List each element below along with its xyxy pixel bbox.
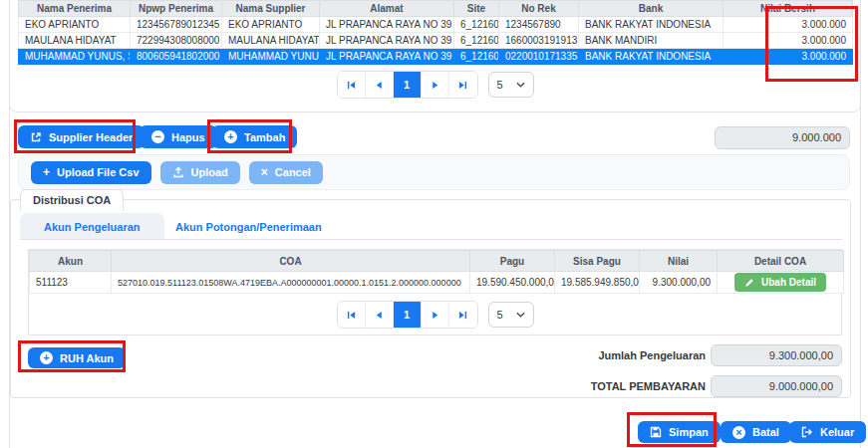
col-nilai: Nilai [640, 251, 718, 272]
col-nilai-bersih: Nilai Bersih [723, 1, 853, 17]
coa-table-row[interactable]: 511123 527010.019.511123.01508WA.4719EBA… [30, 272, 844, 294]
table-row-selected[interactable]: MUHAMMAD YUNUS, S.SOS 800605941802000 MU… [19, 49, 853, 65]
pagination-first-button[interactable] [338, 302, 366, 328]
external-link-icon [30, 131, 42, 143]
distribusi-coa-legend: Distribusi COA [20, 189, 124, 211]
last-page-icon [458, 311, 467, 320]
tambah-button[interactable]: + Tambah [212, 125, 297, 148]
chevron-right-icon [431, 311, 439, 320]
first-page-icon [347, 311, 356, 320]
pagination-last-button[interactable] [449, 302, 477, 328]
upload-icon [172, 166, 184, 178]
pagination-prev-button[interactable] [366, 72, 394, 98]
pagination-last-button[interactable] [449, 72, 477, 98]
col-nama-supplier: Nama Supplier [222, 1, 320, 17]
first-page-icon [347, 81, 356, 90]
col-nama-penerima: Nama Penerima [19, 1, 131, 17]
last-page-icon [458, 81, 467, 90]
table-row[interactable]: MAULANA HIDAYAT 722994308008000 MAULANA … [19, 33, 853, 49]
ruh-akun-button[interactable]: + RUH Akun [28, 347, 126, 368]
table-row[interactable]: EKO APRIANTO 123456789012345 EKO APRIANT… [19, 17, 853, 33]
col-site: Site [454, 1, 499, 17]
batal-button[interactable]: × Batal [721, 421, 791, 443]
tab-underline [20, 239, 842, 240]
coa-table: Akun COA Pagu Sisa Pagu Nilai Detail COA… [29, 250, 844, 294]
coa-table-header-row: Akun COA Pagu Sisa Pagu Nilai Detail COA [30, 251, 844, 272]
pagination-prev-button[interactable] [366, 302, 394, 328]
chevron-left-icon [375, 81, 384, 90]
close-icon: × [261, 165, 268, 179]
total-pembayaran-field: 9.000.000,00 [711, 375, 842, 397]
upload-file-csv-button[interactable]: + Upload File Csv [31, 161, 151, 184]
jumlah-pengeluaran-label: Jumlah Pengeluaran [478, 349, 706, 361]
minus-circle-icon: − [151, 130, 164, 143]
page-size-select[interactable]: 5 [488, 72, 534, 98]
coa-table-container: Akun COA Pagu Sisa Pagu Nilai Detail COA… [28, 249, 842, 336]
col-no-rek: No Rek [499, 1, 579, 17]
sign-out-icon [801, 426, 813, 438]
jumlah-pengeluaran-field: 9.300.000,00 [711, 344, 842, 366]
pagination-first-button[interactable] [338, 72, 366, 98]
total-pembayaran-label: TOTAL PEMBAYARAN [478, 380, 706, 392]
tab-akun-potongan-penerimaan[interactable]: Akun Potongan/Penerimaan [151, 213, 346, 240]
supplier-header-button[interactable]: Supplier Header [18, 125, 145, 148]
pagination-next-button[interactable] [422, 72, 449, 98]
plus-circle-icon: + [40, 351, 53, 364]
pagination-page-1-button[interactable]: 1 [394, 72, 422, 98]
col-bank: Bank [579, 1, 723, 17]
col-akun: Akun [30, 251, 112, 272]
upload-panel: + Upload File Csv Upload × Cancel [18, 154, 850, 190]
plus-circle-icon: + [224, 130, 237, 143]
coa-pagination: 1 5 [29, 301, 841, 329]
keluar-button[interactable]: Keluar [789, 421, 866, 443]
tab-akun-pengeluaran[interactable]: Akun Pengeluaran [20, 213, 164, 240]
col-sisa-pagu: Sisa Pagu [555, 251, 640, 272]
chevron-left-icon [375, 311, 384, 320]
supplier-pagination: 1 5 [18, 71, 852, 99]
simpan-button[interactable]: Simpan [638, 421, 721, 443]
col-pagu: Pagu [470, 251, 555, 272]
page-size-select[interactable]: 5 [488, 302, 534, 328]
page: Nama Penerima Npwp Penerima Nama Supplie… [0, 0, 868, 448]
col-detail-coa: Detail COA [718, 251, 844, 272]
chevron-down-icon [516, 312, 525, 318]
save-icon [650, 426, 662, 438]
col-coa: COA [112, 251, 470, 272]
total-net-readonly-field: 9.000.000 [715, 126, 850, 149]
pencil-icon [744, 278, 754, 288]
chevron-down-icon [516, 82, 525, 88]
supplier-table: Nama Penerima Npwp Penerima Nama Supplie… [18, 0, 853, 65]
pagination-page-1-button[interactable]: 1 [394, 302, 422, 328]
upload-button[interactable]: Upload [160, 161, 240, 184]
cancel-button[interactable]: × Cancel [249, 161, 323, 184]
hapus-button[interactable]: − Hapus [140, 125, 217, 148]
pagination-next-button[interactable] [422, 302, 449, 328]
chevron-right-icon [431, 81, 439, 90]
col-npwp-penerima: Npwp Penerima [131, 1, 222, 17]
supplier-table-header-row: Nama Penerima Npwp Penerima Nama Supplie… [19, 1, 853, 17]
times-circle-icon: × [732, 426, 745, 439]
plus-icon: + [43, 165, 50, 179]
ubah-detail-button[interactable]: Ubah Detail [734, 273, 826, 292]
col-alamat: Alamat [320, 1, 454, 17]
